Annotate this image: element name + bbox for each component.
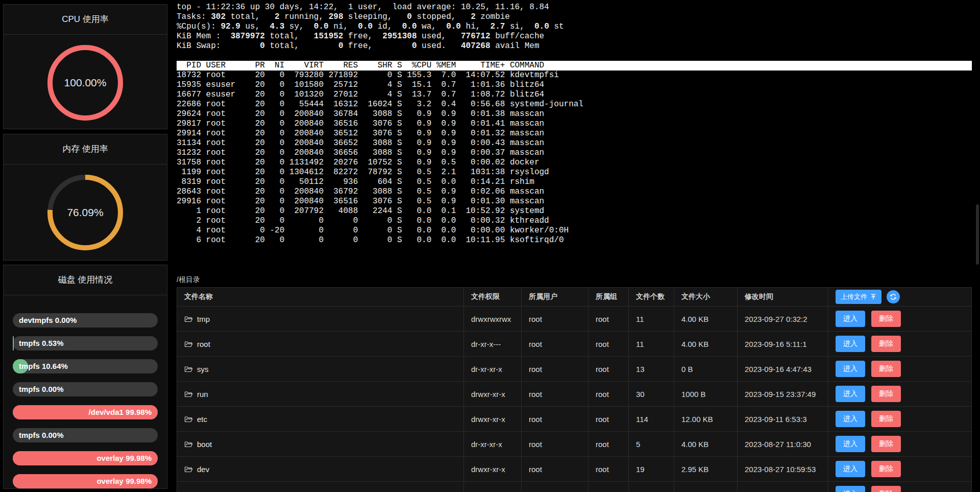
file-mtime: 2023-08-27 10:59:53 [738,457,828,482]
file-group: root [589,382,629,407]
enter-button[interactable]: 进入 [836,486,865,492]
file-size: 4.00 KB [674,432,738,457]
process-row: 1 root 20 0 207792 4088 2244 S 0.0 0.1 1… [177,206,972,216]
scrollbar-thumb[interactable] [976,204,979,265]
disk-usage-bar: overlay 99.98% [13,474,158,488]
delete-button[interactable]: 删除 [871,361,901,377]
file-name-cell: tmp [177,307,464,332]
current-path-label: /根目录 [177,275,972,287]
disk-bar-label: tmpfs 10.64% [13,359,158,373]
file-name-cell: boot [177,432,464,457]
file-size: 12.00 KB [674,407,738,432]
delete-button[interactable]: 删除 [871,311,901,327]
file-permission [464,482,522,492]
process-row: 29817 root 20 0 200840 36516 3076 S 0.9 … [177,119,972,129]
cpu-card-title: CPU 使用率 [4,5,167,35]
file-table-row: etc drwxr-xr-x root root 114 12.00 KB 20… [177,407,972,432]
enter-button[interactable]: 进入 [836,411,865,427]
top-summary-line: KiB Mem : 3879972 total, 151952 free, 29… [177,32,972,41]
process-table-rows: 18732 root 20 0 793280 271892 0 S 155.3 … [177,71,972,245]
process-row: 2 root 20 0 0 0 0 S 0.0 0.0 0:00.32 kthr… [177,216,972,226]
file-browser: /根目录 文件名称 文件权限 所属用户 所属组 文件个数 文件大小 修改时间 上… [177,275,972,492]
enter-button[interactable]: 进入 [836,436,865,452]
enter-button[interactable]: 进入 [836,311,865,327]
disk-usage-list: devtmpfs 0.00%tmpfs 0.53%tmpfs 10.64%tmp… [4,295,167,488]
col-group: 所属组 [589,288,629,307]
file-permission: dr-xr-xr-x [464,357,522,382]
process-row: 4 root 0 -20 0 0 0 S 0.0 0.0 0:00.00 kwo… [177,226,972,236]
file-permission: drwxrwxrwx [464,307,522,332]
upload-icon [870,294,876,300]
delete-button[interactable]: 删除 [871,461,901,477]
row-actions-cell: 进入 删除 [828,382,972,407]
row-actions-cell: 进入 删除 [828,332,972,357]
file-name-cell: etc [177,407,464,432]
file-mtime: 2023-09-15 23:37:49 [738,382,828,407]
process-row: 6 root 20 0 0 0 0 S 0.0 0.0 10:11.95 kso… [177,236,972,245]
file-owner: root [522,382,589,407]
refresh-icon [890,293,897,300]
file-table-row: sys dr-xr-xr-x root root 13 0 B 2023-09-… [177,357,972,382]
file-group: root [589,407,629,432]
file-mtime [738,482,828,492]
file-owner: root [522,457,589,482]
enter-button[interactable]: 进入 [836,361,865,377]
row-actions-cell: 进入 删除 [828,432,972,457]
refresh-button[interactable] [887,290,900,303]
col-file-count: 文件个数 [629,288,674,307]
file-table-body: tmp drwxrwxrwx root root 11 4.00 KB 2023… [177,307,972,492]
process-row: 31134 root 20 0 200840 36652 3088 S 0.9 … [177,138,972,148]
file-table-row: run drwxr-xr-x root root 30 1000 B 2023-… [177,382,972,407]
folder-icon [184,315,193,323]
file-table-row: 进入 删除 [177,482,972,492]
process-row: 29914 root 20 0 200840 36512 3076 S 0.9 … [177,129,972,138]
memory-gauge: 76.09% [42,169,129,258]
file-mtime: 2023-09-16 4:47:43 [738,357,828,382]
file-count: 114 [629,407,674,432]
top-summary-line: KiB Swap: 0 total, 0 free, 0 used. 40726… [177,41,972,51]
process-row: 29916 root 20 0 200840 36516 3076 S 0.5 … [177,197,972,206]
folder-icon [184,440,193,448]
file-table: 文件名称 文件权限 所属用户 所属组 文件个数 文件大小 修改时间 上传文件 [177,287,972,492]
file-name: run [197,390,208,399]
file-mtime: 2023-09-11 6:53:3 [738,407,828,432]
file-count: 5 [629,432,674,457]
enter-button[interactable]: 进入 [836,461,865,477]
upload-file-button[interactable]: 上传文件 [836,290,881,304]
delete-button[interactable]: 删除 [871,336,901,352]
col-permission: 文件权限 [464,288,522,307]
file-size: 0 B [674,357,738,382]
process-row: 31758 root 20 0 1131492 20276 10752 S 0.… [177,158,972,168]
row-actions-cell: 进入 删除 [828,357,972,382]
enter-button[interactable]: 进入 [836,386,865,402]
top-summary-line: %Cpu(s): 92.9 us, 4.3 sy, 0.0 ni, 0.0 id… [177,22,972,32]
file-group: root [589,357,629,382]
disk-usage-bar: tmpfs 0.53% [13,336,158,350]
disk-bar-label: /dev/vda1 99.98% [13,405,158,419]
file-name: etc [197,415,207,424]
file-mtime: 2023-08-27 11:0:30 [738,432,828,457]
delete-button[interactable]: 删除 [871,486,901,492]
process-row: 28643 root 20 0 200840 36792 3088 S 0.5 … [177,187,972,197]
delete-button[interactable]: 删除 [871,386,901,402]
disk-usage-bar: tmpfs 0.00% [13,382,158,396]
row-actions-cell: 进入 删除 [828,407,972,432]
folder-icon [184,465,193,473]
folder-icon [184,365,193,373]
terminal-output: top - 11:22:36 up 30 days, 14:22, 1 user… [177,3,972,245]
file-group: root [589,307,629,332]
process-row: 16677 esuser 20 0 101320 27012 4 S 13.7 … [177,90,972,100]
file-count: 30 [629,382,674,407]
file-owner: root [522,407,589,432]
delete-button[interactable]: 删除 [871,411,901,427]
upload-button-label: 上传文件 [841,292,867,301]
row-actions-cell: 进入 删除 [828,307,972,332]
disk-bar-label: tmpfs 0.53% [13,336,158,350]
enter-button[interactable]: 进入 [836,336,865,352]
disk-bar-label: tmpfs 0.00% [13,428,158,442]
file-name: dev [197,465,209,474]
file-mtime: 2023-09-27 0:32:2 [738,307,828,332]
process-row: 18732 root 20 0 793280 271892 0 S 155.3 … [177,71,972,80]
top-summary-line: Tasks: 302 total, 2 running, 298 sleepin… [177,12,972,22]
delete-button[interactable]: 删除 [871,436,901,452]
